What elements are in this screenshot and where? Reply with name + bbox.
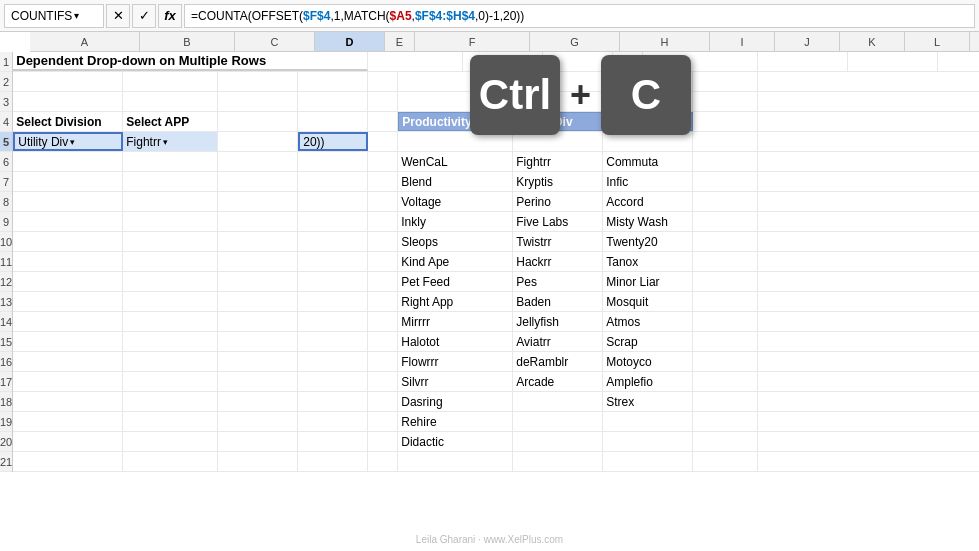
cell-e14[interactable] [368, 312, 398, 331]
cell-e10[interactable] [368, 232, 398, 251]
row-num-9[interactable]: 9 [0, 212, 12, 232]
cell-h16-utility[interactable]: Motoyco [603, 352, 693, 371]
cell-b8[interactable] [123, 192, 218, 211]
cell-c18[interactable] [218, 392, 298, 411]
cell-e13[interactable] [368, 292, 398, 311]
col-header-l[interactable]: L [905, 32, 970, 51]
cell-h18-utility[interactable]: Strex [603, 392, 693, 411]
row-num-6[interactable]: 6 [0, 152, 12, 172]
cell-e7[interactable] [368, 172, 398, 191]
cell-g21-game[interactable] [513, 452, 603, 471]
cell-e16[interactable] [368, 352, 398, 371]
cell-c10[interactable] [218, 232, 298, 251]
row-num-17[interactable]: 17 [0, 372, 12, 392]
cell-i13[interactable] [693, 292, 758, 311]
row-num-20[interactable]: 20 [0, 432, 12, 452]
cell-c15[interactable] [218, 332, 298, 351]
row-num-10[interactable]: 10 [0, 232, 12, 252]
cell-h12-utility[interactable]: Minor Liar [603, 272, 693, 291]
cell-e15[interactable] [368, 332, 398, 351]
cell-h17-utility[interactable]: Amplefio [603, 372, 693, 391]
cell-b16[interactable] [123, 352, 218, 371]
cell-e18[interactable] [368, 392, 398, 411]
cell-i8[interactable] [693, 192, 758, 211]
cell-b14[interactable] [123, 312, 218, 331]
cell-a6[interactable] [13, 152, 123, 171]
cell-g20-game[interactable] [513, 432, 603, 451]
cell-c9[interactable] [218, 212, 298, 231]
cell-h10-utility[interactable]: Twenty20 [603, 232, 693, 251]
cell-c6[interactable] [218, 152, 298, 171]
cell-b4-select-app[interactable]: Select APP [123, 112, 218, 131]
cell-f14-prod[interactable]: Mirrrr [398, 312, 513, 331]
cell-b15[interactable] [123, 332, 218, 351]
cell-b11[interactable] [123, 252, 218, 271]
row-num-12[interactable]: 12 [0, 272, 12, 292]
cell-h13-utility[interactable]: Mosquit [603, 292, 693, 311]
cell-i11[interactable] [693, 252, 758, 271]
cell-h7-utility[interactable]: Infic [603, 172, 693, 191]
cell-g18-game[interactable] [513, 392, 603, 411]
cell-d10[interactable] [298, 232, 368, 251]
cell-c4[interactable] [218, 112, 298, 131]
cell-f6-prod[interactable]: WenCaL [398, 152, 513, 171]
cell-c19[interactable] [218, 412, 298, 431]
cell-b9[interactable] [123, 212, 218, 231]
cell-a13[interactable] [13, 292, 123, 311]
cell-g9-game[interactable]: Five Labs [513, 212, 603, 231]
col-header-c[interactable]: C [235, 32, 315, 51]
cell-h19-utility[interactable] [603, 412, 693, 431]
cell-b12[interactable] [123, 272, 218, 291]
cell-a20[interactable] [13, 432, 123, 451]
cell-e21[interactable] [368, 452, 398, 471]
cell-d21[interactable] [298, 452, 368, 471]
cell-i12[interactable] [693, 272, 758, 291]
cell-c8[interactable] [218, 192, 298, 211]
cell-i1[interactable] [938, 52, 979, 71]
col-header-b[interactable]: B [140, 32, 235, 51]
cell-i17[interactable] [693, 372, 758, 391]
cell-i20[interactable] [693, 432, 758, 451]
cell-i10[interactable] [693, 232, 758, 251]
cell-d7[interactable] [298, 172, 368, 191]
cell-f21-prod[interactable] [398, 452, 513, 471]
col-header-a[interactable]: A [30, 32, 140, 51]
cell-d12[interactable] [298, 272, 368, 291]
cell-e2[interactable] [368, 72, 398, 91]
row-num-15[interactable]: 15 [0, 332, 12, 352]
row-num-14[interactable]: 14 [0, 312, 12, 332]
cell-h20-utility[interactable] [603, 432, 693, 451]
row-num-19[interactable]: 19 [0, 412, 12, 432]
cell-b5-app[interactable]: Fightrr ▾ [123, 132, 218, 151]
cell-g10-game[interactable]: Twistrr [513, 232, 603, 251]
col-header-e[interactable]: E [385, 32, 415, 51]
cell-d2[interactable] [298, 72, 368, 91]
cell-c13[interactable] [218, 292, 298, 311]
cell-a5-division[interactable]: Utility Div ▾ [13, 132, 123, 151]
col-header-j[interactable]: J [775, 32, 840, 51]
cell-e9[interactable] [368, 212, 398, 231]
cell-h14-utility[interactable]: Atmos [603, 312, 693, 331]
cell-h1[interactable] [848, 52, 938, 71]
cell-b20[interactable] [123, 432, 218, 451]
cell-a14[interactable] [13, 312, 123, 331]
cell-h6-utility[interactable]: Commuta [603, 152, 693, 171]
cell-e11[interactable] [368, 252, 398, 271]
formula-input[interactable]: =COUNTA(OFFSET($F$4,1,MATCH($A5,$F$4:$H$… [184, 4, 975, 28]
cell-f10-prod[interactable]: Sleops [398, 232, 513, 251]
row-num-16[interactable]: 16 [0, 352, 12, 372]
cell-d20[interactable] [298, 432, 368, 451]
cell-d3[interactable] [298, 92, 368, 111]
row-num-11[interactable]: 11 [0, 252, 12, 272]
cell-f15-prod[interactable]: Halotot [398, 332, 513, 351]
cell-h15-utility[interactable]: Scrap [603, 332, 693, 351]
cell-d4[interactable] [298, 112, 368, 131]
cell-b6[interactable] [123, 152, 218, 171]
cell-b18[interactable] [123, 392, 218, 411]
cell-h8-utility[interactable]: Accord [603, 192, 693, 211]
function-button[interactable]: fx [158, 4, 182, 28]
cell-g1[interactable] [758, 52, 848, 71]
cell-b3[interactable] [123, 92, 218, 111]
cell-i15[interactable] [693, 332, 758, 351]
cell-h21-utility[interactable] [603, 452, 693, 471]
